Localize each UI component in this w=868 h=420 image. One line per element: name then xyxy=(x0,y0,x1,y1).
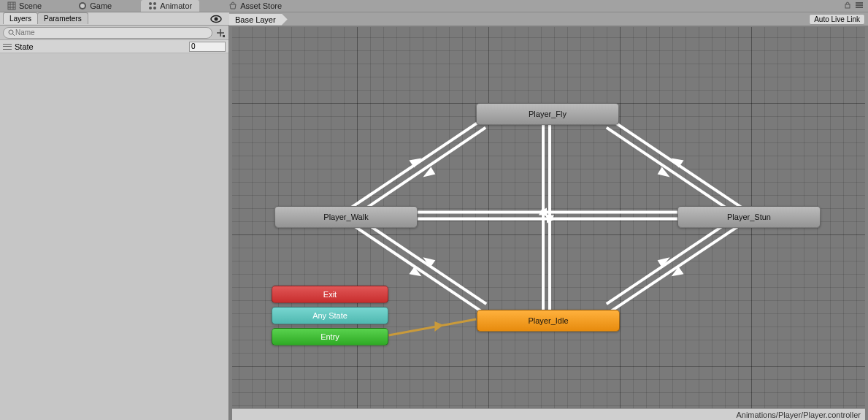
game-icon xyxy=(78,1,87,10)
svg-line-18 xyxy=(13,34,15,36)
status-bar: Animations/Player/Player.controller xyxy=(232,408,865,420)
tab-label: Asset Store xyxy=(240,1,282,10)
state-node-any-state[interactable]: Any State xyxy=(272,307,388,324)
svg-rect-14 xyxy=(856,7,863,8)
svg-rect-11 xyxy=(845,4,850,8)
parameters-panel: State xyxy=(0,26,229,420)
svg-rect-13 xyxy=(856,4,863,6)
tab-scene[interactable]: Scene xyxy=(0,0,49,12)
svg-point-7 xyxy=(149,2,152,5)
panel-menu-icon[interactable] xyxy=(855,1,864,9)
auto-live-link-button[interactable]: Auto Live Link xyxy=(809,14,865,25)
tab-label: Scene xyxy=(19,1,42,10)
svg-line-46 xyxy=(389,319,477,335)
breadcrumb-base-layer[interactable]: Base Layer xyxy=(229,14,288,26)
svg-line-36 xyxy=(607,216,737,304)
add-parameter-icon[interactable] xyxy=(215,28,226,38)
state-node-exit[interactable]: Exit xyxy=(272,286,388,303)
node-label: Exit xyxy=(323,290,337,299)
svg-line-34 xyxy=(611,224,742,311)
tab-game[interactable]: Game xyxy=(71,0,119,12)
state-node-player-walk[interactable]: Player_Walk xyxy=(274,206,418,228)
drag-handle-icon[interactable] xyxy=(3,44,12,50)
state-node-player-idle[interactable]: Player_Idle xyxy=(477,310,620,332)
breadcrumb-bar: Base Layer Auto Live Link xyxy=(229,12,868,26)
sub-toolbar: Layers Parameters Base Layer Auto Live L… xyxy=(0,12,868,26)
visibility-icon[interactable] xyxy=(210,15,222,23)
svg-point-9 xyxy=(149,7,152,9)
node-label: Player_Stun xyxy=(727,213,771,221)
node-label: Player_Idle xyxy=(528,316,568,325)
main-tab-bar: Scene Game Animator Asset Store xyxy=(0,0,868,12)
scene-icon xyxy=(7,1,16,10)
svg-point-8 xyxy=(153,2,156,5)
parameter-value-input[interactable] xyxy=(189,42,226,52)
state-node-player-stun[interactable]: Player_Stun xyxy=(677,206,821,228)
lock-icon[interactable] xyxy=(843,1,852,9)
svg-point-6 xyxy=(80,4,85,8)
parameter-row[interactable]: State xyxy=(0,40,228,53)
svg-rect-12 xyxy=(856,2,863,4)
state-node-entry[interactable]: Entry xyxy=(272,328,388,345)
svg-rect-21 xyxy=(223,35,225,37)
state-node-player-fly[interactable]: Player_Fly xyxy=(476,103,619,125)
asset-store-icon xyxy=(228,1,237,10)
sub-tab-layers[interactable]: Layers xyxy=(3,12,38,24)
node-label: Any State xyxy=(312,311,347,320)
tab-label: Game xyxy=(90,1,112,10)
search-input[interactable] xyxy=(15,28,207,37)
node-label: Player_Fly xyxy=(529,110,566,118)
tab-asset-store[interactable]: Asset Store xyxy=(221,0,289,12)
search-icon xyxy=(8,29,15,37)
node-label: Player_Walk xyxy=(323,213,368,221)
animator-graph[interactable]: Player_Fly Player_Walk Player_Stun Playe… xyxy=(232,27,865,408)
svg-line-28 xyxy=(607,128,737,215)
svg-point-17 xyxy=(9,30,13,34)
parameter-search-row xyxy=(0,26,228,40)
animator-icon xyxy=(148,1,157,10)
tab-animator[interactable]: Animator xyxy=(141,0,199,12)
sub-tab-parameters[interactable]: Parameters xyxy=(37,12,88,24)
status-path: Animations/Player/Player.controller xyxy=(736,411,861,419)
node-label: Entry xyxy=(320,332,339,341)
parameter-search[interactable] xyxy=(3,27,212,39)
svg-point-10 xyxy=(153,7,156,9)
tab-label: Animator xyxy=(160,1,192,10)
svg-line-24 xyxy=(356,128,486,215)
svg-point-16 xyxy=(215,17,218,20)
parameter-name: State xyxy=(15,42,189,51)
svg-rect-0 xyxy=(8,2,15,9)
